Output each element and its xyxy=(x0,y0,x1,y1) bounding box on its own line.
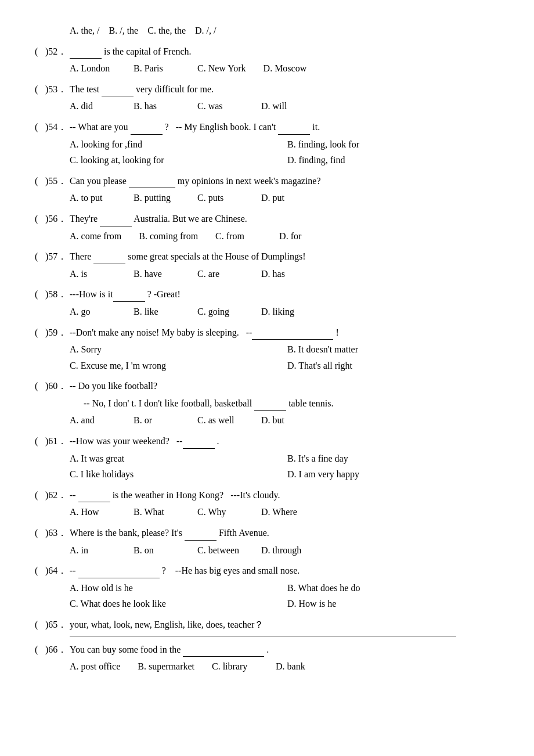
q62-opt-d: D. Where xyxy=(261,505,308,520)
q64-opt-d: D. How is he xyxy=(287,596,499,611)
q58-opt-a: A. go xyxy=(70,304,116,319)
question-55: ( )55． Can you please my opinions in nex… xyxy=(35,174,499,206)
q58-paren: ( xyxy=(35,287,43,302)
q57-opt-b: B. have xyxy=(134,267,180,282)
q54-opt-b: B. finding, look for xyxy=(287,137,499,152)
q60-opt-d: D. but xyxy=(261,413,308,428)
question-56: ( )56． They're Australia. But we are Chi… xyxy=(35,211,499,243)
q66-opt-c: C. library xyxy=(212,659,258,674)
q62-text: -- is the weather in Hong Kong? ---It's … xyxy=(70,488,499,503)
q59-paren: ( xyxy=(35,325,43,340)
q63-options: A. in B. on C. between D. through xyxy=(70,543,499,558)
q64-text: -- ? --He has big eyes and small nose. xyxy=(70,563,499,578)
q63-paren: ( xyxy=(35,525,43,541)
question-54: ( )54． -- What are you ? -- My English b… xyxy=(35,120,499,168)
q52-paren: ( xyxy=(35,44,43,59)
q54-paren: ( xyxy=(35,120,43,135)
q59-opt-c: C. Excuse me, I 'm wrong xyxy=(70,358,282,373)
q54-options: A. looking for ,find B. finding, look fo… xyxy=(70,137,499,168)
q58-opt-d: D. liking xyxy=(261,304,308,319)
q53-paren: ( xyxy=(35,82,43,97)
q63-opt-b: B. on xyxy=(134,543,180,558)
q57-opt-c: C. are xyxy=(197,267,244,282)
q55-opt-a: A. to put xyxy=(70,190,116,206)
question-64: ( )64． -- ? --He has big eyes and small … xyxy=(35,563,499,611)
q58-opt-c: C. going xyxy=(197,304,244,319)
q66-num: )66． xyxy=(45,642,67,657)
q66-opt-b: B. supermarket xyxy=(138,659,194,674)
top-options-text: A. the, / B. /, the C. the, the D. /, / xyxy=(70,23,499,38)
q56-opt-a: A. come from xyxy=(70,229,121,244)
q60-opt-c: C. as well xyxy=(197,413,244,428)
q57-paren: ( xyxy=(35,249,43,264)
q54-opt-c: C. looking at, looking for xyxy=(70,153,282,168)
q56-options: A. come from B. coming from C. from D. f… xyxy=(70,229,499,244)
q64-paren: ( xyxy=(35,563,43,578)
q59-text: --Don't make any noise! My baby is sleep… xyxy=(70,325,499,340)
q63-opt-a: A. in xyxy=(70,543,116,558)
q53-opt-b: B. has xyxy=(134,99,180,114)
q63-opt-c: C. between xyxy=(197,543,244,558)
q55-num: )55． xyxy=(45,174,67,189)
q58-text: ---How is it ? -Great! xyxy=(70,287,499,302)
q59-opt-b: B. It doesn't matter xyxy=(287,342,499,357)
q52-opt-b: B. Paris xyxy=(134,61,180,76)
q64-opt-c: C. What does he look like xyxy=(70,596,282,611)
q53-opt-d: D. will xyxy=(261,99,308,114)
q61-num: )61． xyxy=(45,434,67,449)
q52-options: A. London B. Paris C. New York D. Moscow xyxy=(70,61,499,76)
q62-num: )62． xyxy=(45,488,67,503)
q65-num: )65． xyxy=(45,617,67,632)
q52-num: )52． xyxy=(45,44,67,59)
q54-opt-a: A. looking for ,find xyxy=(70,137,282,152)
q53-opt-c: C. was xyxy=(197,99,244,114)
q63-opt-d: D. through xyxy=(261,543,308,558)
q54-num: )54． xyxy=(45,120,67,135)
q56-paren: ( xyxy=(35,211,43,226)
q52-text: is the capital of French. xyxy=(70,44,499,59)
q62-options: A. How B. What C. Why D. Where xyxy=(70,505,499,520)
question-59: ( )59． --Don't make any noise! My baby i… xyxy=(35,325,499,373)
q60-text: -- Do you like football? xyxy=(70,379,499,394)
q52-opt-d: D. Moscow xyxy=(264,61,310,76)
q56-num: )56． xyxy=(45,211,67,226)
q57-text: There some great specials at the House o… xyxy=(70,249,499,264)
q55-text: Can you please my opinions in next week'… xyxy=(70,174,499,189)
q61-opt-a: A. It was great xyxy=(70,451,282,466)
q62-paren: ( xyxy=(35,488,43,503)
q63-text: Where is the bank, please? It's Fifth Av… xyxy=(70,525,499,541)
q66-opt-d: D. bank xyxy=(276,659,322,674)
q56-opt-b: B. coming from xyxy=(139,229,198,244)
question-66: ( )66． You can buy some food in the . A.… xyxy=(35,642,499,674)
q58-num: )58． xyxy=(45,287,67,302)
q52-opt-c: C. New York xyxy=(197,61,246,76)
q59-num: )59． xyxy=(45,325,67,340)
q57-num: )57． xyxy=(45,249,67,264)
q66-opt-a: A. post office xyxy=(70,659,120,674)
q59-opt-a: A. Sorry xyxy=(70,342,282,357)
q55-opt-c: C. puts xyxy=(197,190,244,206)
q57-opt-d: D. has xyxy=(261,267,308,282)
q53-num: )53． xyxy=(45,82,67,97)
q55-opt-d: D. put xyxy=(261,190,308,206)
q63-num: )63． xyxy=(45,525,67,541)
question-57: ( )57． There some great specials at the … xyxy=(35,249,499,281)
question-65: ( )65． your, what, look, new, English, l… xyxy=(35,617,499,636)
q65-text: your, what, look, new, English, like, do… xyxy=(70,617,499,632)
q53-text: The test very difficult for me. xyxy=(70,82,499,97)
top-options: A. the, / B. /, the C. the, the D. /, / xyxy=(35,23,499,38)
q55-options: A. to put B. putting C. puts D. put xyxy=(70,190,499,206)
question-63: ( )63． Where is the bank, please? It's F… xyxy=(35,525,499,557)
q56-opt-c: C. from xyxy=(215,229,262,244)
q52-opt-a: A. London xyxy=(70,61,116,76)
q66-options: A. post office B. supermarket C. library… xyxy=(70,659,499,674)
q54-opt-d: D. finding, find xyxy=(287,153,499,168)
q61-text: --How was your weekend? -- . xyxy=(70,434,499,449)
question-58: ( )58． ---How is it ? -Great! A. go B. l… xyxy=(35,287,499,319)
q59-options: A. Sorry B. It doesn't matter C. Excuse … xyxy=(70,342,499,373)
q64-num: )64． xyxy=(45,563,67,578)
q61-paren: ( xyxy=(35,434,43,449)
q55-paren: ( xyxy=(35,174,43,189)
q62-opt-c: C. Why xyxy=(197,505,244,520)
q53-opt-a: A. did xyxy=(70,99,116,114)
